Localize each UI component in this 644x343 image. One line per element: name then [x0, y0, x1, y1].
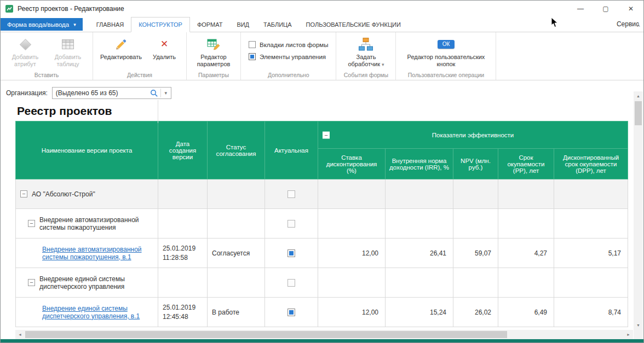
set-handler-button[interactable]: Задать обработчик▾: [340, 34, 392, 68]
page-title: Реестр проектов: [17, 104, 643, 118]
table-row: Внедрение единой системы диспетчерского …: [16, 298, 628, 327]
ribbon-group-insert-label: Вставить: [1, 72, 93, 78]
ribbon-group-userops: ОК Редактор пользовательских кнопок Поль…: [396, 32, 496, 80]
discount-rate-cell: 12,00: [318, 239, 386, 268]
scroll-left-icon[interactable]: ◄: [15, 330, 25, 339]
app-menu-button[interactable]: Форма ввода/вывода ▾: [1, 18, 83, 31]
add-attribute-button[interactable]: Добавить атрибут: [4, 34, 47, 68]
column-guide-line: [158, 100, 158, 123]
param-editor-icon: [207, 37, 221, 52]
ribbon-group-params: Редактор параметров Параметры: [187, 32, 241, 80]
status-cell: В работе: [208, 298, 265, 327]
ribbon-group-events-label: События формы: [336, 72, 395, 78]
creation-date-cell: 25.01.201912:45:48: [158, 298, 208, 327]
org-chart-icon: [358, 37, 373, 52]
vertical-scrollbar[interactable]: ▲ ▼: [634, 91, 643, 330]
tab-glavnaya[interactable]: ГЛАВНАЯ: [89, 18, 131, 32]
creation-date-cell: 25.01.201911:28:58: [158, 239, 208, 268]
npv-cell: 59,07: [453, 239, 498, 268]
tab-vid[interactable]: ВИД: [229, 18, 256, 32]
discount-rate-cell: 12,00: [318, 298, 386, 327]
collapse-row-icon[interactable]: −: [20, 190, 27, 197]
sheet-tabs-checkbox[interactable]: Вкладки листов формы: [249, 41, 328, 48]
ribbon-group-extra: Вкладки листов формы Элементы управления…: [241, 32, 336, 80]
maximize-button[interactable]: ▢: [593, 1, 618, 17]
actual-checkbox[interactable]: [288, 309, 295, 316]
user-buttons-editor-button[interactable]: ОК Редактор пользовательских кнопок: [399, 34, 492, 68]
project-version-link[interactable]: Внедрение единой системы диспетчерского …: [42, 305, 153, 320]
ribbon: Добавить атрибут Добавить таблицу Встави…: [1, 32, 643, 80]
param-editor-label: Редактор параметров: [190, 54, 237, 68]
ribbon-group-actions: Редактировать ✕ Удалить Действия: [93, 32, 187, 80]
ribbon-group-userops-label: Пользовательские операции: [396, 72, 496, 78]
header-approval-status: Статус согласования: [208, 121, 265, 179]
header-project-name: Наименование версии проекта: [16, 121, 158, 179]
sheet-tabs-checkbox-box[interactable]: [249, 41, 256, 48]
controls-checkbox[interactable]: Элементы управления: [249, 53, 328, 60]
delete-label: Удалить: [153, 54, 176, 61]
group-name: Внедрение автоматизированной системы пож…: [39, 216, 153, 231]
dpp-cell: 5,17: [554, 239, 628, 268]
table-row: −Внедрение автоматизированной системы по…: [16, 209, 628, 239]
collapse-ribbon-icon[interactable]: ˄: [637, 22, 640, 28]
ribbon-group-extra-label: Дополнительно: [241, 72, 336, 78]
header-pp: Срок окупаемости (PP), лет: [498, 149, 554, 179]
param-editor-button[interactable]: Редактор параметров: [190, 34, 237, 68]
collapse-group-icon[interactable]: −: [323, 131, 330, 138]
table-row: Внедрение автоматизированной системы пож…: [16, 239, 628, 268]
window-title: Реестр проектов - Редактирование: [18, 5, 124, 13]
horizontal-scrollbar[interactable]: ◄ ►: [15, 330, 633, 339]
add-attribute-label: Добавить атрибут: [4, 54, 47, 68]
table-row: −Внедрение единой системы диспетчерского…: [16, 268, 628, 298]
ribbon-group-actions-label: Действия: [93, 72, 186, 78]
header-irr: Внутренняя норма доходности (IRR), %: [386, 149, 453, 179]
actual-checkbox[interactable]: [288, 220, 295, 228]
diamond-icon: [21, 37, 30, 52]
caret-down-icon: ▾: [382, 62, 384, 67]
status-cell: Согласуется: [208, 239, 265, 268]
scroll-up-icon[interactable]: ▲: [634, 91, 643, 101]
projects-grid: Наименование версии проекта Дата создани…: [15, 121, 628, 327]
close-button[interactable]: ✕: [618, 1, 643, 17]
ribbon-group-insert: Добавить атрибут Добавить таблицу Встави…: [1, 32, 93, 80]
app-window: Реестр проектов - Редактирование — ▢ ✕ Ф…: [0, 0, 644, 343]
header-discount-rate: Ставка дисконтирования (%): [318, 149, 386, 179]
header-performance-label: Показатели эффективности: [432, 132, 514, 138]
irr-cell: 15,24: [386, 298, 453, 327]
header-npv: NPV (млн. руб.): [453, 149, 498, 179]
add-table-label: Добавить таблицу: [47, 54, 89, 68]
pp-cell: 6,49: [498, 298, 554, 327]
app-menu-label: Форма ввода/вывода: [7, 21, 69, 28]
collapse-row-icon[interactable]: −: [28, 279, 35, 286]
vertical-scrollbar-thumb[interactable]: [635, 101, 642, 125]
project-version-link[interactable]: Внедрение автоматизированной системы пож…: [42, 246, 153, 261]
tab-format[interactable]: ФОРМАТ: [190, 18, 230, 32]
minimize-button[interactable]: —: [568, 1, 593, 17]
collapse-row-icon[interactable]: −: [28, 220, 35, 227]
horizontal-scrollbar-thumb[interactable]: [25, 331, 507, 338]
group-name: АО "Абсолют-Строй": [32, 190, 95, 198]
tab-tablitsa[interactable]: ТАБЛИЦА: [256, 18, 299, 32]
table-row: −АО "Абсолют-Строй": [16, 179, 628, 209]
scroll-right-icon[interactable]: ►: [624, 330, 633, 339]
actual-checkbox[interactable]: [288, 279, 295, 287]
tab-konstruktor[interactable]: КОНСТРУКТОР: [131, 17, 190, 32]
actual-checkbox[interactable]: [288, 190, 295, 198]
actual-checkbox[interactable]: [288, 249, 295, 257]
organization-filter-row: Организация: (Выделено 65 из 65) ▾: [6, 87, 643, 99]
ribbon-group-params-label: Параметры: [187, 72, 240, 78]
header-dpp: Дисконтированный срок окупаемости (DPP),…: [554, 149, 628, 179]
sheet-tabs-checkbox-label: Вкладки листов формы: [260, 42, 328, 48]
user-buttons-editor-label: Редактор пользовательских кнопок: [399, 54, 492, 68]
tab-user-functions[interactable]: ПОЛЬЗОВАТЕЛЬСКИЕ ФУНКЦИИ: [299, 18, 408, 32]
organization-combobox[interactable]: (Выделено 65 из 65) ▾: [52, 87, 171, 99]
search-icon[interactable]: [148, 89, 160, 97]
edit-button[interactable]: Редактировать: [96, 34, 146, 61]
scroll-down-icon[interactable]: ▼: [634, 321, 643, 330]
controls-checkbox-label: Элементы управления: [260, 54, 326, 60]
delete-button[interactable]: ✕ Удалить: [146, 34, 183, 61]
combo-caret-icon[interactable]: ▾: [161, 90, 171, 96]
controls-checkbox-box[interactable]: [249, 53, 256, 60]
add-table-button[interactable]: Добавить таблицу: [47, 34, 89, 68]
set-handler-label: Задать обработчик▾: [340, 54, 392, 68]
